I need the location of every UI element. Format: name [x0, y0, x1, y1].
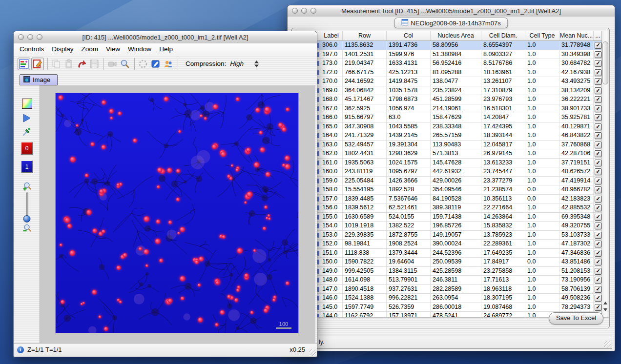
table-row[interactable]: 197.01401.25311599.97651.3809848.0903327… [293, 50, 609, 60]
table-row[interactable]: 155.01630.6589524.0155159.7143814.263864… [293, 213, 609, 222]
row-checkbox[interactable]: ✓ [595, 277, 601, 283]
menu-controls[interactable]: Controls [16, 43, 48, 55]
table-row[interactable]: 172.0766.67175425.1221381.09528810.16396… [293, 68, 609, 78]
row-checkbox[interactable]: ✓ [595, 295, 601, 302]
table-cell[interactable]: 164.0 [320, 131, 343, 140]
table-cell[interactable]: 53.103733 [559, 231, 594, 240]
row-checkbox[interactable]: ✓ [595, 87, 601, 94]
vertical-scrollbar[interactable] [601, 31, 609, 317]
table-cell[interactable]: 8.5176786 [481, 59, 525, 68]
table-cell[interactable]: 214.19061 [431, 104, 481, 113]
table-cell[interactable]: 15.835832 [481, 222, 525, 230]
table-cell[interactable]: 37.760868 [559, 141, 594, 149]
eyedropper-icon[interactable] [16, 127, 38, 137]
table-cell[interactable]: 1.0 [525, 104, 559, 113]
table-cell[interactable]: 1.0 [525, 267, 559, 276]
table-cell[interactable]: 1.0 [525, 131, 559, 140]
table-cell[interactable]: 23.745447 [481, 167, 525, 176]
table-cell[interactable]: 160.0 [320, 167, 343, 176]
table-cell[interactable]: 147.0 [320, 285, 343, 294]
table-cell[interactable]: 286.00018 [431, 303, 481, 312]
table-cell[interactable]: 243.81119 [343, 167, 387, 176]
table-cell[interactable]: 165.0 [320, 122, 343, 131]
table-cell[interactable]: 390.00024 [431, 240, 481, 248]
row-checkbox[interactable]: ✓ [595, 78, 601, 85]
table-cell[interactable]: 155.0 [320, 213, 343, 222]
row-checkbox[interactable]: ✓ [595, 196, 601, 202]
table-cell[interactable]: 18.393144 [481, 131, 525, 140]
undo-icon[interactable] [76, 58, 87, 70]
row-checkbox[interactable]: ✓ [595, 241, 601, 247]
table-cell[interactable]: 1.0 [525, 276, 559, 284]
table-cell[interactable]: 58.706139 [559, 285, 594, 294]
table-row[interactable]: 146.01524.1388996.22821263.095418.307195… [293, 294, 609, 303]
table-cell[interactable]: 451.28599 [431, 95, 481, 104]
table-cell[interactable]: 0.0 [525, 258, 559, 266]
row-checkbox[interactable]: ✓ [595, 105, 601, 112]
table-cell[interactable]: 40.129871 [559, 122, 594, 131]
channel-0-button[interactable]: 0 [16, 142, 38, 155]
table-cell[interactable]: 766.67175 [343, 68, 387, 77]
table-cell[interactable]: 238.33348 [431, 122, 481, 131]
row-checkbox[interactable]: ✓ [595, 42, 601, 49]
table-cell[interactable]: 78.294373 [559, 303, 594, 312]
table-cell[interactable]: 235.23824 [431, 86, 481, 95]
table-cell[interactable]: 56.952416 [431, 59, 481, 68]
column-header[interactable]: Col [387, 31, 431, 40]
table-cell[interactable]: 19.391304 [387, 141, 431, 149]
table-cell[interactable]: 173.0 [320, 59, 343, 68]
table-cell[interactable]: 1019.1918 [343, 222, 387, 230]
table-cell[interactable]: 69.395348 [559, 213, 594, 222]
table-cell[interactable]: 7.5367646 [387, 195, 431, 203]
table-cell[interactable]: 42.167938 [559, 68, 594, 77]
table-cell[interactable]: 1.0 [525, 167, 559, 176]
table-cell[interactable]: 1.0 [525, 41, 559, 50]
table-cell[interactable]: 58.80956 [431, 41, 481, 50]
table-cell[interactable]: 148.0 [320, 276, 343, 284]
row-checkbox[interactable]: ✓ [595, 268, 601, 275]
table-cell[interactable]: 1.0 [525, 159, 559, 167]
table-cell[interactable]: 282.28589 [431, 285, 481, 294]
table-cell[interactable]: 1590.7822 [343, 258, 387, 266]
table-cell[interactable]: 347.30908 [343, 122, 387, 131]
table-cell[interactable]: 263.0954 [431, 294, 481, 303]
table-cell[interactable]: 51.208153 [559, 267, 594, 276]
table-cell[interactable]: 144.0 [320, 312, 343, 318]
table-row[interactable]: 154.01019.19181382.522196.8572615.835832… [293, 222, 609, 231]
table-row[interactable]: 162.01802.44311290.3629571.381326.979145… [293, 149, 609, 159]
table-cell[interactable]: 478.5241 [431, 312, 481, 318]
table-cell[interactable]: 1.0 [525, 285, 559, 294]
table-cell[interactable]: 23.377279 [481, 177, 525, 185]
table-cell[interactable]: 13.613233 [481, 159, 525, 167]
table-cell[interactable]: 157.0 [320, 195, 343, 203]
row-checkbox[interactable]: ✓ [595, 222, 601, 229]
table-cell[interactable]: 14.20847 [481, 113, 525, 122]
table-cell[interactable]: 169.0 [320, 86, 343, 95]
resize-grip[interactable] [310, 349, 316, 356]
table-cell[interactable]: 30.349398 [559, 50, 594, 59]
table-cell[interactable]: 49.508236 [559, 294, 594, 303]
column-header[interactable]: Cell Diam. [481, 31, 525, 40]
table-cell[interactable]: 526.7359 [387, 303, 431, 312]
row-checkbox[interactable]: ✓ [595, 259, 601, 265]
table-cell[interactable]: 425.28598 [431, 267, 481, 276]
table-cell[interactable]: 138.0477 [431, 77, 481, 86]
table-cell[interactable]: 0.0 [525, 195, 559, 203]
table-cell[interactable]: 22.289361 [481, 240, 525, 248]
table-cell[interactable]: 168.0 [320, 95, 343, 104]
table-cell[interactable]: 150.0 [320, 258, 343, 266]
table-row[interactable]: 159.0225.054841426.3666429.0002623.37727… [293, 177, 609, 186]
table-cell[interactable]: 244.16592 [343, 77, 387, 86]
table-cell[interactable]: 1908.2524 [387, 240, 431, 248]
table-cell[interactable]: 145.47628 [431, 159, 481, 167]
table-cell[interactable]: 1135.8632 [343, 41, 387, 50]
zoom-slider-thumb[interactable] [23, 215, 31, 222]
save-to-excel-button[interactable]: Save To Excel [549, 312, 603, 324]
table-cell[interactable]: 166.0 [320, 113, 343, 122]
row-checkbox[interactable]: ✓ [595, 168, 601, 175]
row-checkbox[interactable]: ✓ [595, 142, 601, 148]
table-cell[interactable]: 1.0 [525, 113, 559, 122]
table-cell[interactable]: 1.0 [525, 249, 559, 258]
table-row[interactable]: 158.015.5541951892.528354.0954621.238574… [293, 185, 609, 195]
row-checkbox[interactable]: ✓ [595, 232, 601, 239]
